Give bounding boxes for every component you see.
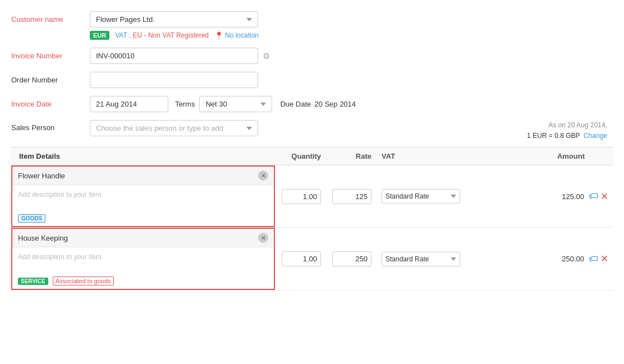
item-2-right-panel: Standard Rate Zero Rate Exempt 250.00 🏷 … <box>275 228 613 290</box>
item-2-tag-icon[interactable]: 🏷 <box>589 254 598 265</box>
item-1-tag-icon[interactable]: 🏷 <box>589 191 598 202</box>
item-1-name: Flower Handle <box>18 172 65 180</box>
col-quantity-header: Quantity <box>275 152 325 160</box>
item-2-rate-input[interactable] <box>332 251 371 266</box>
customer-meta-row: EUR VAT : EU - Non VAT Registered 📍 No l… <box>90 31 613 40</box>
item-2-actions: 🏷 ✕ <box>589 253 613 265</box>
due-date-value: 20 Sep 2014 <box>314 100 356 108</box>
item-2-vat-select[interactable]: Standard Rate Zero Rate Exempt <box>382 252 460 266</box>
item-2-qty-input[interactable] <box>282 251 321 266</box>
customer-name-label: Customer name <box>11 15 90 24</box>
item-2-amount: 250.00 <box>466 255 589 263</box>
invoice-date-input[interactable] <box>90 96 168 112</box>
item-1-close-btn[interactable]: ✕ <box>258 171 268 181</box>
item-1-delete-icon[interactable]: ✕ <box>600 191 608 202</box>
change-exchange-rate-link[interactable]: Change <box>584 132 607 140</box>
col-rate-header: Rate <box>325 152 376 160</box>
item-1-vat-select[interactable]: Standard Rate Zero Rate Exempt <box>382 189 460 204</box>
gear-icon[interactable]: ⚙ <box>263 51 270 61</box>
col-vat-header: VAT <box>376 152 466 160</box>
exchange-rate-info: As on 20 Aug 2014, 1 EUR = 0.8 GBP Chang… <box>527 120 613 141</box>
item-1-vat-cell: Standard Rate Zero Rate Exempt <box>376 189 466 204</box>
table-header-row: Item Details Quantity Rate VAT Amount <box>11 147 613 165</box>
item-2-description[interactable]: Add description to your item <box>12 247 274 273</box>
order-number-input[interactable] <box>90 72 258 88</box>
table-row: Flower Handle ✕ Add description to your … <box>11 165 613 228</box>
invoice-date-label: Invoice Date <box>11 100 90 108</box>
item-2-name: House Keeping <box>18 234 68 242</box>
item-1-goods-badge: GOODS <box>18 214 45 223</box>
item-2-vat-cell: Standard Rate Zero Rate Exempt <box>376 252 466 266</box>
item-2-delete-icon[interactable]: ✕ <box>600 253 608 265</box>
table-row: House Keeping ✕ Add description to your … <box>11 228 613 291</box>
item-1-actions: 🏷 ✕ <box>589 191 613 202</box>
order-number-label: Order Number <box>11 76 90 84</box>
sales-person-label: Sales Person <box>11 120 90 132</box>
location-icon: 📍 <box>214 31 223 40</box>
currency-badge: EUR <box>90 31 109 40</box>
invoice-number-label: Invoice Number <box>11 52 90 60</box>
customer-name-select[interactable]: Flower Pages Ltd. <box>90 11 258 27</box>
item-1-qty-input[interactable] <box>282 189 321 204</box>
col-item-details-header: Item Details <box>11 152 275 160</box>
item-1-left-panel: Flower Handle ✕ Add description to your … <box>11 165 275 227</box>
item-2-service-badge: SERVICE <box>18 278 48 285</box>
item-1-amount: 125.00 <box>466 192 589 201</box>
invoice-number-input[interactable]: INV-000010 <box>90 48 258 64</box>
item-1-description[interactable]: Add description to your item <box>12 185 274 211</box>
item-2-close-btn[interactable]: ✕ <box>258 233 268 243</box>
item-1-rate-input[interactable] <box>332 189 371 204</box>
item-2-left-panel: House Keeping ✕ Add description to your … <box>11 228 275 290</box>
item-1-qty-cell <box>275 189 325 204</box>
item-1-rate-cell <box>325 189 376 204</box>
sales-person-select[interactable]: Choose the sales person or type to add <box>90 120 258 136</box>
item-2-associated-text: Associated to goods <box>53 277 114 285</box>
terms-select[interactable]: Net 30 Net 15 Net 45 Net 60 Due on Recei… <box>199 96 272 112</box>
terms-label: Terms <box>175 100 195 108</box>
item-1-right-panel: Standard Rate Zero Rate Exempt 125.00 🏷 … <box>275 165 613 227</box>
item-1-tag-row: GOODS <box>12 211 274 226</box>
col-amount-header: Amount <box>466 152 613 160</box>
due-date-label: Due Date <box>280 100 311 108</box>
item-2-tag-row: SERVICE Associated to goods <box>12 273 274 289</box>
no-location-link[interactable]: 📍 No location <box>214 31 259 40</box>
item-2-qty-cell <box>275 251 325 266</box>
item-2-rate-cell <box>325 251 376 266</box>
vat-text: VAT : EU - Non VAT Registered <box>115 31 209 39</box>
